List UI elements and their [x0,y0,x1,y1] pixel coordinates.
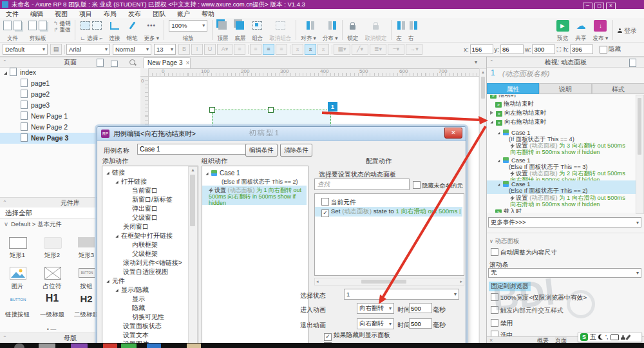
organize-action[interactable]: 设置 (动态面板) 为 1 向右翻转 out 500ms 向右翻转 in 500… [209,187,303,206]
action-item[interactable]: 父级框架 [102,249,198,258]
line-width-button[interactable]: ≣▾ [370,44,386,55]
widget-thumb-rect2[interactable] [44,237,62,249]
sogou-logo-icon[interactable]: S [580,333,588,341]
action-item[interactable]: 设置面板状态 [102,322,198,331]
more-events-select[interactable]: 更多事件>>>▾ [488,217,641,227]
taskbar-app-icon[interactable] [187,343,201,348]
action-item[interactable]: 设置文本 [102,331,198,340]
send-back-group[interactable]: 底层 [231,18,249,42]
zoom-select[interactable]: 100%▾ [169,20,207,32]
login-group[interactable]: 登录 [614,18,640,42]
enter-time-input[interactable] [409,303,432,313]
link-wh-icon[interactable]: ⛶ [556,46,561,53]
clear-condition-button[interactable]: 清除条件 [280,144,312,157]
more-group[interactable]: •••更多 ▾ [141,18,163,42]
action-item[interactable]: 滚动到元件<锚链接> [102,258,198,267]
hide-unnamed-checkbox[interactable] [413,181,421,189]
event-row[interactable]: »向左拖动结束时 [490,110,546,117]
distribute-group[interactable]: 分布 ▾ [319,18,341,42]
action-item[interactable]: 父级窗口 [102,213,198,222]
taskbar-app-icon[interactable] [121,343,137,348]
trigger-style-checkbox[interactable] [491,306,498,314]
action-category[interactable]: 打开链接 [102,177,198,186]
tab-properties[interactable]: 属性 [487,83,539,94]
arrow-style-button[interactable]: →▾ [406,44,422,55]
panel-section-header[interactable]: ∨ 动态面板 [489,237,520,246]
trigger-style-row[interactable]: 触发内部元件交互样式 [491,306,564,314]
line-color-button[interactable]: ╱▾ [352,44,368,55]
case-name-input[interactable] [137,144,251,155]
action-item[interactable]: 隐藏 [102,304,198,313]
widget-thumb-image[interactable] [10,267,26,280]
event-row[interactable]: »载入时 [495,208,522,213]
show-if-hidden-row[interactable]: ✓ 如果隐藏则显示面板 [324,332,390,341]
hide-checkbox[interactable] [600,46,607,53]
widget-thumb-button[interactable]: BUTTON [79,268,95,278]
page-tree-item[interactable]: New Page 1 [0,111,140,122]
publish-group[interactable]: ↓发布 ▾ [590,18,612,42]
underline-button[interactable]: U [204,44,216,55]
configure-hscrollbar[interactable]: ◂ ▸ [314,278,464,285]
taskbar-app-icon[interactable] [103,343,117,348]
menu-project[interactable]: 项目 [73,10,98,19]
disable-row[interactable]: 禁用 [491,319,513,327]
action-item[interactable]: 切换可见性 [102,313,198,322]
clipboard-group[interactable]: 剪贴板 [25,18,50,42]
page-tree-item[interactable]: page2 [0,89,140,100]
group-group[interactable]: 组合 [249,18,266,42]
add-actions-scrollbar[interactable]: ▲ ▼ [188,166,198,348]
menu-team[interactable]: 团队 [147,10,171,19]
taskbar-app-icon[interactable] [39,343,55,348]
widget-thumb-h1[interactable]: H1 [36,293,68,304]
action-item[interactable]: 设置自适应视图 [102,267,198,276]
start-orb-icon[interactable] [14,343,24,348]
lock-group[interactable]: 锁定 [344,18,361,42]
h-input[interactable] [570,44,593,54]
settings-wrench-icon[interactable] [625,334,630,340]
bold-button[interactable]: B [178,44,190,55]
select-state-dropdown[interactable]: 1▾ [344,289,459,300]
menu-view[interactable]: 视图 [49,10,73,19]
action-category[interactable]: 链接 [102,168,198,177]
widget-name-placeholder[interactable]: (动态面板名称) [502,69,549,79]
font-select[interactable]: Arial▾ [66,44,110,55]
action-category[interactable]: 元件 [102,276,198,285]
x-input[interactable] [470,44,493,54]
menu-help[interactable]: 帮助 [196,10,220,19]
font-size-select[interactable]: 13▾ [154,44,176,55]
action-item[interactable]: 当前窗口 [102,186,198,195]
share-group[interactable]: ☁共享 [573,18,590,42]
y-input[interactable] [500,44,524,54]
event-row[interactable]: »拖动时 [490,95,516,99]
page-tree-item[interactable]: page1 [0,78,140,89]
enter-anim-dropdown[interactable]: 向右翻转▾ [357,303,394,314]
hide-unnamed-row[interactable]: 隐藏未命名的元件 [413,181,463,189]
taskbar-app-icon[interactable] [147,343,161,348]
new-note-icon[interactable] [629,59,639,68]
align-group[interactable]: 对齐 ▾ [298,18,319,42]
connect-group[interactable]: 连接 [106,18,124,42]
widget-thumb-link-button[interactable]: BUTTON [5,298,31,302]
current-widget-row[interactable]: 当前元件 [321,198,356,206]
action-category[interactable]: 在框架中打开链接 [102,231,198,240]
bring-front-group[interactable]: 顶层 [214,18,231,42]
page-tree-item[interactable]: index [0,67,140,78]
taskbar-app-icon[interactable] [71,343,88,348]
align-middle-button[interactable]: ⌅ [305,44,316,55]
action-item[interactable]: 内联框架 [102,240,198,249]
tab-notes[interactable]: 说明 [539,83,592,94]
menu-publish[interactable]: 发布 [122,10,147,19]
selection-handle[interactable] [209,107,215,113]
widget-thumb-rect1[interactable] [9,237,27,249]
case-action[interactable]: 设置 (动态面板) 为 3 向右翻转 out 500ms 向右翻转 in 500… [510,142,631,155]
tab-style[interactable]: 样式 [592,83,644,94]
action-item[interactable]: 关闭窗口 [102,222,198,231]
search-pages-icon[interactable] [129,59,135,65]
pen-group[interactable]: 钢笔 [124,18,141,42]
pin-to-browser-link[interactable]: 固定到浏览器 [489,282,531,291]
fill-color-button[interactable]: ▦▾ [334,44,350,55]
event-row-dragright[interactable]: »向右拖动结束时 [490,119,546,126]
windows-taskbar[interactable] [0,343,644,348]
align-left-button[interactable]: ≡ [250,44,261,55]
wubi-mode-label[interactable]: 五 [590,333,596,342]
